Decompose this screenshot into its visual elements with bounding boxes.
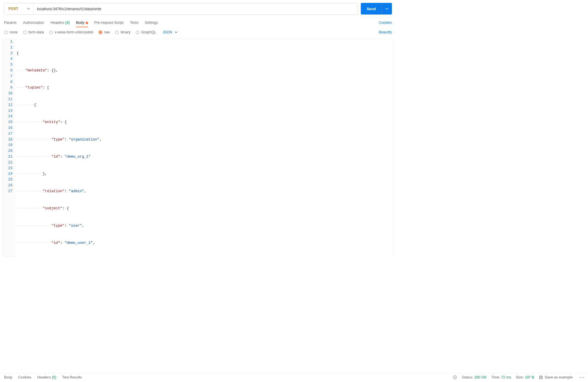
beautify-button[interactable]: Beautify (379, 30, 392, 34)
code-line: ············"entity":·{ (17, 120, 392, 125)
body-type-row: none form-data x-www-form-urlencoded raw… (0, 28, 396, 39)
code-line: ················"type":·"user", (17, 223, 392, 229)
code-line: ············"subject":·{ (17, 206, 392, 212)
radio-icon (4, 30, 8, 34)
radio-icon (115, 30, 119, 34)
line-gutter: 1 2 3 4 5 6 7 8 9 10 11 12 13 14 15 16 1… (3, 39, 15, 257)
send-dropdown[interactable] (382, 8, 392, 10)
code-area[interactable]: { ····"metadata":·{}, ····"tuples":·[ ··… (15, 39, 393, 257)
url-input[interactable]: localhost:3476/v1/tenants/t1/data/write (33, 3, 358, 14)
radio-graphql[interactable]: GraphQL (136, 30, 156, 34)
cookies-link[interactable]: Cookies (379, 21, 392, 25)
code-line: ················"id":·"demo_user_1", (17, 240, 392, 246)
radio-none[interactable]: none (4, 30, 18, 34)
tab-body[interactable]: Body (76, 19, 88, 26)
tab-headers[interactable]: Headers (9) (51, 19, 70, 26)
code-line: ····"tuples":·[ (17, 85, 392, 91)
code-line: ················"type":·"organization", (17, 137, 392, 143)
send-button[interactable]: Send (361, 3, 392, 15)
request-bar: POST localhost:3476/v1/tenants/t1/data/w… (0, 0, 396, 17)
radio-icon (23, 30, 27, 34)
chevron-down-icon (175, 31, 178, 33)
radio-icon (98, 30, 102, 34)
tab-params[interactable]: Params (4, 19, 17, 26)
editor[interactable]: 1 2 3 4 5 6 7 8 9 10 11 12 13 14 15 16 1… (3, 39, 393, 257)
tab-settings[interactable]: Settings (145, 19, 158, 26)
format-select[interactable]: JSON (163, 30, 178, 34)
chevron-down-icon (27, 8, 30, 10)
code-line: ············}, (17, 171, 392, 177)
radio-urlencoded[interactable]: x-www-form-urlencoded (49, 30, 93, 34)
method-url-container: POST localhost:3476/v1/tenants/t1/data/w… (4, 3, 358, 15)
tab-authorization[interactable]: Authorization (23, 19, 44, 26)
request-tabs-row: Params Authorization Headers (9) Body Pr… (0, 17, 396, 28)
code-line: { (17, 51, 392, 57)
code-line: ····"metadata":·{}, (17, 68, 392, 74)
radio-icon (136, 30, 139, 34)
modified-dot-icon (86, 22, 88, 24)
method-label: POST (8, 7, 18, 11)
send-label: Send (367, 7, 376, 11)
tab-pre-request[interactable]: Pre-request Script (94, 19, 124, 26)
radio-icon (49, 30, 53, 34)
radio-binary[interactable]: binary (115, 30, 130, 34)
radio-form-data[interactable]: form-data (23, 30, 44, 34)
tab-tests[interactable]: Tests (130, 19, 138, 26)
code-line: ············"relation":·"admin", (17, 189, 392, 194)
radio-raw[interactable]: raw (98, 30, 110, 34)
code-line: ········{ (17, 102, 392, 108)
chevron-down-icon (386, 8, 388, 10)
code-line: ················"id":·"demo_org_1" (17, 154, 392, 160)
method-select[interactable]: POST (4, 3, 33, 14)
